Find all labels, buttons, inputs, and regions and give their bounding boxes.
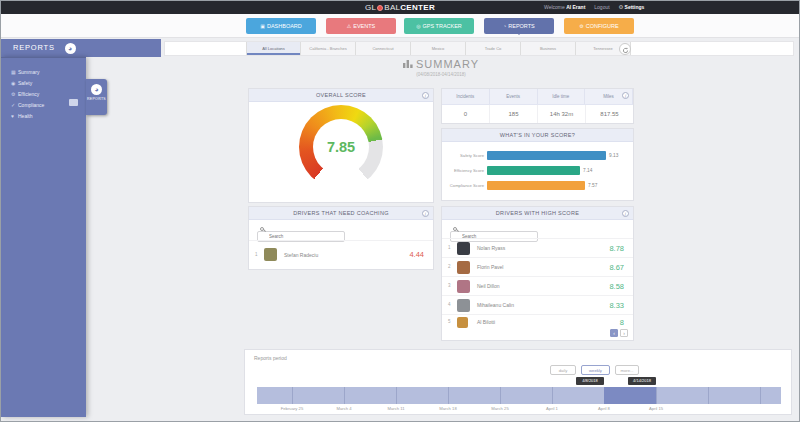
driver-name: Florin Pavel (477, 258, 503, 276)
high-score-driver-row[interactable]: 3 Neil Dillon 8.58 (442, 276, 633, 295)
tab-location-5[interactable]: Trade Co (466, 42, 521, 55)
high-score-driver-row[interactable]: 2 Florin Pavel 8.67 (442, 257, 633, 276)
tab-location-3[interactable]: Connecticut (356, 42, 411, 55)
reports-flyout-badge[interactable]: ◕ REPORTS (86, 79, 107, 115)
avatar (264, 248, 277, 261)
driver-rank: 1 (255, 252, 258, 257)
coaching-driver-row[interactable]: 1 Stefan Radeciu 4.44 (249, 240, 433, 268)
pagination-prev-button[interactable]: ‹ (610, 329, 618, 337)
efficiency-score-label: Efficiency Score (442, 168, 487, 173)
logout-link[interactable]: Logout (594, 1, 609, 14)
high-score-card: DRIVERS WITH HIGH SCOREi 1 Nolan Ryass 8… (441, 206, 634, 341)
page-title: SUMMARY (416, 58, 479, 70)
reports-icon: ◔ (503, 23, 506, 29)
info-icon[interactable]: i (622, 92, 629, 99)
compliance-icon: ✓ (11, 100, 18, 111)
stats-values-row: 0 185 14h 32m 817.55 (442, 105, 633, 123)
logo-text-mid: BAL (384, 3, 400, 12)
safety-score-label: Safety Score (442, 153, 487, 158)
sidebar-item-summary[interactable]: ▦Summary (1, 67, 86, 78)
sidebar-title: REPORTS (13, 43, 55, 52)
top-bar: GLBALCENTER Welcome Al Erant Logout ⚙Set… (1, 1, 799, 14)
pagination: ‹ › (610, 329, 628, 337)
high-score-driver-row[interactable]: 1 Nolan Ryass 8.78 (442, 238, 633, 257)
efficiency-score-bar (487, 166, 580, 175)
avatar (457, 280, 470, 293)
driver-rank: 2 (448, 264, 451, 269)
more-button[interactable]: more... (615, 365, 639, 375)
weekly-button[interactable]: weekly (581, 365, 610, 375)
compliance-score-value: 7.57 (588, 183, 597, 188)
tab-all-locations[interactable]: All Locations (246, 42, 301, 55)
sidebar-item-health[interactable]: ♥Health (1, 111, 86, 122)
tab-location-2[interactable]: California - Branches (301, 42, 356, 55)
score-gauge: 7.85 (299, 105, 383, 189)
logo-text-suffix: CENTER (400, 3, 435, 12)
nav-gps-tracker-button[interactable]: ◎GPS TRACKER (404, 18, 474, 34)
tab-location-6[interactable]: Business (521, 42, 576, 55)
nav-events-button[interactable]: ⚠EVENTS (326, 18, 396, 34)
driver-name: Neil Dillon (477, 277, 500, 295)
avatar (457, 299, 470, 312)
pagination-next-button[interactable]: › (620, 329, 628, 337)
stats-value-idle-time: 14h 32m (538, 105, 586, 123)
driver-score: 8.58 (609, 277, 624, 295)
stats-col-events: Events (490, 89, 538, 104)
coaching-title: DRIVERS THAT NEED COACHING (293, 210, 389, 216)
axis-label: April 1 (531, 406, 573, 411)
daily-button[interactable]: daily (550, 365, 576, 375)
gear-icon: ⚙ (619, 4, 624, 10)
driver-score: 8 (620, 315, 624, 329)
page-date-range: (04/08/2018-04/14/2018) (248, 72, 634, 77)
axis-label: March 11 (375, 406, 417, 411)
nav-reports-button[interactable]: ◔REPORTS (484, 18, 554, 34)
sidebar-item-efficiency-label: Efficiency (18, 91, 39, 97)
timeline-bar[interactable] (257, 387, 781, 404)
driver-name: Al Bilotti (477, 315, 495, 329)
avatar (457, 242, 470, 255)
driver-name: Mihaileanu Calin (477, 296, 514, 314)
tab-location-4[interactable]: Mexico (411, 42, 466, 55)
info-icon[interactable]: i (422, 92, 429, 99)
stats-header-row: Incidents Events Idle time Miles i (442, 89, 633, 105)
selected-range-handle[interactable] (604, 387, 656, 404)
axis-label: April 8 (583, 406, 625, 411)
avatar (457, 317, 468, 328)
reports-badge-label: REPORTS (86, 97, 107, 101)
compliance-score-label: Compliance Score (442, 183, 487, 188)
refresh-button[interactable] (619, 43, 631, 55)
nav-configure-label: CONFIGURE (586, 23, 619, 29)
overall-score-value: 7.85 (313, 119, 369, 175)
nav-dashboard-button[interactable]: ▣DASHBOARD (246, 18, 316, 34)
info-icon[interactable]: i (622, 210, 629, 217)
configure-icon: ⚙ (579, 23, 583, 29)
sidebar-item-safety[interactable]: ◉Safety (1, 78, 86, 89)
sidebar-header: REPORTS ◕ (1, 39, 161, 57)
sidebar-collapse-toggle[interactable] (69, 99, 78, 106)
safety-icon: ◉ (11, 78, 18, 89)
user-name: Al Erant (566, 4, 585, 10)
efficiency-score-value: 7.14 (583, 168, 592, 173)
location-tabs: All Locations California - Branches Conn… (164, 41, 794, 56)
high-score-driver-row[interactable]: 5 Al Bilotti 8 (442, 314, 633, 329)
summary-icon: ▦ (11, 67, 18, 78)
main-nav: ▣DASHBOARD ⚠EVENTS ◎GPS TRACKER ◔REPORTS… (1, 14, 799, 38)
info-icon[interactable]: i (422, 210, 429, 217)
settings-link[interactable]: ⚙Settings (619, 1, 645, 14)
driver-rank: 3 (448, 283, 451, 288)
sidebar-item-summary-label: Summary (18, 69, 39, 75)
compliance-score-bar (487, 181, 585, 190)
nav-events-label: EVENTS (353, 23, 375, 29)
bar-chart-icon (403, 58, 413, 70)
driver-name: Stefan Radeciu (284, 241, 318, 268)
driver-score: 8.67 (609, 258, 624, 276)
high-score-driver-row[interactable]: 4 Mihaileanu Calin 8.33 (442, 295, 633, 314)
axis-label: April 15 (635, 406, 677, 411)
compliance-score-bar-row: Compliance Score 7.57 (442, 181, 633, 190)
nav-configure-button[interactable]: ⚙CONFIGURE (564, 18, 634, 34)
reports-pie-icon[interactable]: ◕ (65, 43, 76, 54)
driver-name: Nolan Ryass (477, 239, 505, 257)
nav-reports-label: REPORTS (508, 23, 535, 29)
reports-period-panel: Reports period daily weekly more... 4/8/… (244, 349, 792, 415)
axis-label: February 25 (271, 406, 313, 411)
